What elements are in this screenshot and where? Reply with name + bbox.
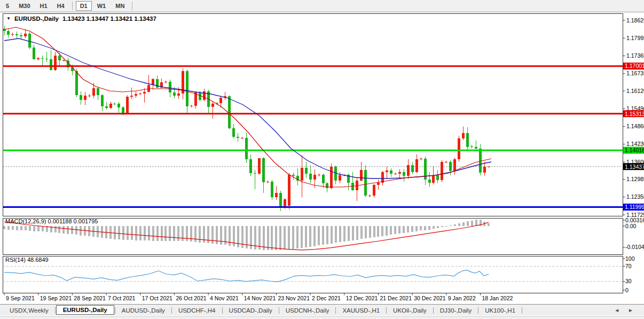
candle: [381, 172, 384, 183]
candle: [428, 180, 431, 183]
svg-text:1.12985: 1.12985: [626, 176, 644, 182]
tab-eurusd-daily[interactable]: EURUSD-,Daily: [56, 305, 114, 315]
timeframe-button-5[interactable]: 5: [2, 1, 13, 11]
tab-ukoil-daily[interactable]: UKOil-,Daily: [387, 305, 433, 316]
candle: [177, 94, 180, 96]
collapse-triangle-icon[interactable]: ▼: [6, 17, 11, 21]
candle: [305, 168, 308, 174]
candle: [199, 92, 201, 100]
timeframe-button-M30[interactable]: M30: [14, 1, 34, 11]
main-panel-frame: [3, 14, 623, 216]
candle: [284, 199, 286, 207]
tab-usdx-weekly[interactable]: USDX,Weekly: [3, 305, 55, 316]
candle: [28, 34, 31, 48]
tab-usdchf-h4[interactable]: USDCHF-,H4: [172, 305, 222, 316]
svg-text:1.15313: 1.15313: [625, 111, 644, 117]
candle: [113, 104, 116, 104]
candle: [135, 94, 137, 96]
candle: [292, 175, 295, 176]
svg-text:17 Oct 2021: 17 Oct 2021: [142, 295, 172, 301]
candle: [262, 158, 265, 182]
svg-text:4 Nov 2021: 4 Nov 2021: [210, 295, 239, 301]
candle: [117, 104, 120, 107]
toolbar-separator: [72, 2, 73, 10]
tab-uk100-h1[interactable]: UK100-,H1: [478, 305, 522, 316]
candle: [373, 185, 375, 196]
candle: [309, 174, 312, 180]
badge-pivot-line: 1.14016: [623, 147, 644, 154]
candle: [318, 175, 320, 175]
candle: [152, 79, 154, 85]
svg-text:-0.01043: -0.01043: [625, 244, 644, 250]
candle: [462, 133, 465, 138]
svg-text:0: 0: [625, 287, 629, 293]
candle: [105, 106, 108, 108]
candle: [466, 133, 469, 147]
svg-text:0.00: 0.00: [625, 223, 637, 229]
candle: [186, 71, 189, 106]
candle: [432, 175, 435, 183]
tab-usdcnh-daily[interactable]: USDCNH-,Daily: [279, 305, 336, 316]
svg-text:30: 30: [625, 278, 632, 284]
candle: [258, 158, 261, 174]
tabs-scroll-right-icon[interactable]: ►: [628, 307, 633, 313]
candle: [130, 96, 133, 97]
svg-text:1.14230: 1.14230: [626, 141, 644, 147]
svg-text:100: 100: [625, 255, 635, 262]
candle: [143, 92, 146, 94]
tab-audusd-daily[interactable]: AUDUSD-,Daily: [115, 305, 171, 316]
timeframe-button-MN[interactable]: MN: [111, 1, 129, 11]
svg-text:7 Oct 2021: 7 Oct 2021: [108, 295, 136, 301]
svg-text:1.14860: 1.14860: [626, 123, 644, 129]
svg-text:1.17001: 1.17001: [625, 63, 644, 69]
svg-text:1.17995: 1.17995: [626, 35, 644, 41]
candle: [164, 82, 167, 82]
svg-text:70: 70: [625, 263, 632, 269]
tab-dj30-daily[interactable]: DJ30-,Daily: [434, 305, 478, 316]
tab-usdcad-daily[interactable]: USDCAD-,Daily: [223, 305, 279, 316]
candle: [139, 94, 142, 94]
candle: [7, 31, 10, 35]
svg-text:21 Dec 2021: 21 Dec 2021: [380, 295, 412, 301]
timeframe-button-D1[interactable]: D1: [76, 1, 92, 11]
candle: [470, 146, 473, 147]
rsi-panel-frame: [3, 256, 623, 293]
candle: [58, 56, 61, 60]
timeframe-button-H4[interactable]: H4: [53, 1, 69, 11]
candle: [266, 182, 269, 182]
badge-resistance-line-1: 1.17001: [623, 63, 644, 69]
candle: [394, 174, 397, 174]
candle: [339, 175, 341, 181]
candle: [453, 159, 456, 171]
candle: [41, 58, 44, 59]
candle: [62, 60, 65, 61]
candle: [50, 59, 52, 70]
tabs-scroll-left-icon[interactable]: ◄: [614, 307, 619, 313]
rsi-label: RSI(14) 48.6849: [5, 256, 49, 263]
candle: [458, 138, 460, 159]
tab-divider: [55, 307, 56, 314]
badge-support-line: 1.11999: [623, 204, 644, 211]
svg-text:2 Dec 2021: 2 Dec 2021: [312, 295, 341, 301]
candle: [126, 97, 129, 114]
candle: [97, 88, 99, 95]
candle: [330, 167, 333, 188]
timeframe-button-H1[interactable]: H1: [36, 1, 52, 11]
candle: [390, 170, 392, 174]
candle: [360, 170, 363, 181]
candle: [219, 98, 222, 104]
candle: [54, 56, 57, 70]
svg-text:12 Dec 2021: 12 Dec 2021: [346, 295, 378, 301]
date-axis: 9 Sep 202119 Sep 202128 Sep 20217 Oct 20…: [4, 293, 513, 302]
candle: [228, 96, 231, 128]
svg-text:9 Sep 2021: 9 Sep 2021: [6, 295, 35, 301]
svg-text:30 Dec 2021: 30 Dec 2021: [414, 295, 446, 301]
timeframe-button-W1[interactable]: W1: [93, 1, 111, 11]
candle: [45, 59, 48, 59]
tab-xauusd-h1[interactable]: XAUUSD-,H1: [336, 305, 386, 316]
chart-tabs: USDX,WeeklyEURUSD-,DailyAUDUSD-,DailyUSD…: [3, 305, 522, 316]
chart-title: ▼ EURUSD-,Daily 1.13423 1.13447 1.13421 …: [6, 15, 156, 22]
svg-text:1.14016: 1.14016: [625, 147, 644, 153]
chart-canvas[interactable]: MACD(12,26,9) 0.001188 0.001795RSI(14) 4…: [0, 0, 644, 305]
candle: [109, 104, 112, 108]
